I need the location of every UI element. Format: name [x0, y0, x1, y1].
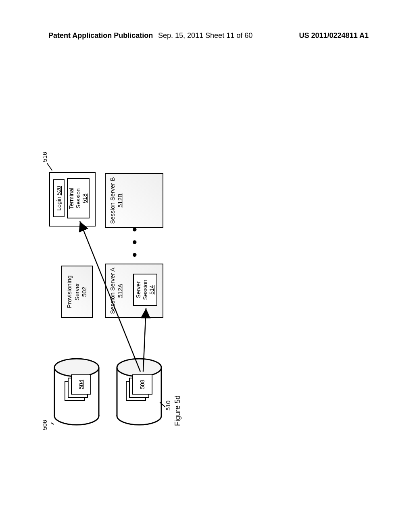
ref-504: 504 [78, 380, 84, 389]
ref-508: 508 [139, 380, 146, 389]
ref-520: 520 [56, 186, 63, 195]
ellipsis: ● ● ● [129, 224, 140, 258]
ref-502: 502 [81, 287, 88, 297]
figure-5d: 506 504 510 [52, 317, 373, 426]
header-right: US 2011/0224811 A1 [299, 31, 369, 40]
header-left: Patent Application Publication [48, 31, 153, 40]
terminal-session-box: Terminal Session 518 [67, 178, 90, 218]
ref-510: 510 [165, 401, 171, 411]
svg-point-9 [117, 359, 161, 376]
leader-516 [47, 163, 52, 170]
session-server-b-box: Session Server B 512B [105, 173, 163, 228]
terminal-session-label: Terminal Session [68, 179, 82, 218]
ref-516: 516 [41, 152, 48, 162]
ref-514: 514 [148, 285, 155, 294]
provisioning-server-label: Provisioning Server [66, 266, 81, 317]
session-server-a-label: Session Server A [109, 268, 117, 314]
svg-point-4 [54, 359, 99, 376]
header-center: Sep. 15, 2011 Sheet 11 of 60 [158, 31, 252, 40]
figure-caption: Figure 5d [173, 395, 182, 426]
session-server-b-label: Session Server B [109, 177, 117, 224]
ref-512a: 512A [117, 284, 124, 298]
page: Patent Application Publication Sep. 15, … [0, 0, 413, 532]
login-label: Login [56, 197, 63, 211]
ref-518: 518 [81, 193, 88, 203]
provisioning-server-box: Provisioning Server 502 [61, 266, 93, 318]
ref-512b: 512B [117, 193, 124, 208]
login-box: Login 520 [53, 179, 65, 217]
ref-506: 506 [41, 420, 48, 430]
server-session-box: Server Session 514 [133, 274, 157, 306]
server-session-label: Server Session [135, 274, 149, 305]
